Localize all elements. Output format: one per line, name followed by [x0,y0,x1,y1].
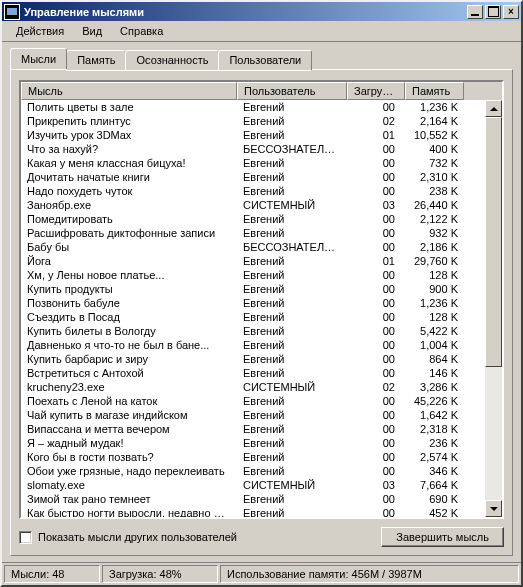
table-row[interactable]: Купить барбарис и зируЕвгений00864 K [21,352,485,366]
table-row[interactable]: Я – жадный мудак!Евгений00236 K [21,436,485,450]
end-thought-button[interactable]: Завершить мысль [381,527,504,547]
cell-memory: 128 K [405,268,464,282]
cell-thought: Бабу бы [21,240,237,254]
cell-memory: 2,318 K [405,422,464,436]
titlebar[interactable]: Управление мыслями × [2,2,521,21]
table-row[interactable]: krucheny23.exeСИСТЕМНЫЙ023,286 K [21,380,485,394]
table-row[interactable]: Встретиться с АнтохойЕвгений00146 K [21,366,485,380]
table-row[interactable]: ЙогаЕвгений0129,760 K [21,254,485,268]
tab-awareness[interactable]: Осознанность [125,50,219,71]
table-row[interactable]: Купить продуктыЕвгений00900 K [21,282,485,296]
cell-user: БЕССОЗНАТЕЛЬНОЕ [237,142,347,156]
cell-user: Евгений [237,128,347,142]
table-row[interactable]: Хм, у Лены новое платье...Евгений00128 K [21,268,485,282]
table-row[interactable]: Дочитать начатые книгиЕвгений002,310 K [21,170,485,184]
table-row[interactable]: Обои уже грязные, надо переклеиватьЕвген… [21,464,485,478]
cell-memory: 900 K [405,282,464,296]
scroll-down-button[interactable] [485,500,502,517]
menu-actions[interactable]: Действия [8,23,72,39]
cell-load: 00 [347,436,405,450]
menu-view[interactable]: Вид [74,23,110,39]
cell-memory: 2,574 K [405,450,464,464]
table-row[interactable]: Кого бы в гости позвать?Евгений002,574 K [21,450,485,464]
cell-load: 00 [347,352,405,366]
cell-thought: Изучить урок 3DMax [21,128,237,142]
vertical-scrollbar[interactable] [485,100,502,517]
cell-user: Евгений [237,226,347,240]
cell-thought: Надо похудеть чуток [21,184,237,198]
cell-thought: Что за нахуй? [21,142,237,156]
table-row[interactable]: Надо похудеть чутокЕвгений00238 K [21,184,485,198]
chevron-down-icon [490,507,498,511]
cell-thought: Купить барбарис и зиру [21,352,237,366]
listview-header: Мысль Пользователь Загрузка Память [21,82,502,100]
cell-load: 02 [347,114,405,128]
cell-load: 00 [347,282,405,296]
table-row[interactable]: Випассана и метта вечеромЕвгений002,318 … [21,422,485,436]
tab-users[interactable]: Пользователи [218,50,312,71]
table-row[interactable]: Какая у меня классная бицуха!Евгений0073… [21,156,485,170]
cell-user: Евгений [237,254,347,268]
table-row[interactable]: Бабу быБЕССОЗНАТЕЛЬНОЕ002,186 K [21,240,485,254]
cell-user: Евгений [237,114,347,128]
cell-load: 00 [347,366,405,380]
cell-memory: 932 K [405,226,464,240]
table-row[interactable]: ПомедитироватьЕвгений002,122 K [21,212,485,226]
cell-thought: Йога [21,254,237,268]
table-row[interactable]: Изучить урок 3DMaxЕвгений0110,552 K [21,128,485,142]
status-memory: Использование памяти: 456M / 3987M [220,565,519,583]
table-row[interactable]: Съездить в ПосадЕвгений00128 K [21,310,485,324]
checkbox-label: Показать мысли других пользователей [38,531,237,543]
cell-memory: 732 K [405,156,464,170]
tab-thoughts[interactable]: Мысли [10,48,67,69]
cell-thought: Заноябр.exe [21,198,237,212]
cell-user: Евгений [237,310,347,324]
menu-help[interactable]: Справка [112,23,171,39]
cell-load: 03 [347,478,405,492]
scroll-up-button[interactable] [485,100,502,117]
minimize-button[interactable] [467,5,483,19]
table-row[interactable]: Расшифровать диктофонные записиЕвгений00… [21,226,485,240]
show-others-checkbox[interactable]: Показать мысли других пользователей [19,531,237,544]
cell-memory: 690 K [405,492,464,506]
table-row[interactable]: Как быстро ногти выросли, недавно же..Ев… [21,506,485,517]
column-memory[interactable]: Память [405,82,464,100]
tab-memory[interactable]: Память [66,50,126,71]
cell-memory: 1,642 K [405,408,464,422]
cell-user: Евгений [237,100,347,114]
cell-load: 00 [347,296,405,310]
cell-memory: 146 K [405,366,464,380]
checkbox-box[interactable] [19,531,32,544]
column-user[interactable]: Пользователь [237,82,347,100]
cell-load: 00 [347,100,405,114]
cell-user: СИСТЕМНЫЙ [237,478,347,492]
scroll-thumb[interactable] [485,117,502,367]
table-row[interactable]: Полить цветы в залеЕвгений001,236 K [21,100,485,114]
table-row[interactable]: Поехать с Леной на катокЕвгений0045,226 … [21,394,485,408]
cell-load: 00 [347,156,405,170]
cell-thought: Позвонить бабуле [21,296,237,310]
column-load[interactable]: Загрузка [347,82,405,100]
cell-load: 00 [347,464,405,478]
cell-memory: 2,164 K [405,114,464,128]
table-row[interactable]: Что за нахуй?БЕССОЗНАТЕЛЬНОЕ00400 K [21,142,485,156]
column-thought[interactable]: Мысль [21,82,237,100]
table-row[interactable]: slomaty.exeСИСТЕМНЫЙ037,664 K [21,478,485,492]
table-row[interactable]: Позвонить бабулеЕвгений001,236 K [21,296,485,310]
status-thoughts: Мысли: 48 [4,565,100,583]
cell-thought: Какая у меня классная бицуха! [21,156,237,170]
table-row[interactable]: Заноябр.exeСИСТЕМНЫЙ0326,440 K [21,198,485,212]
cell-user: Евгений [237,450,347,464]
cell-memory: 452 K [405,506,464,517]
thought-listview: Мысль Пользователь Загрузка Память Полит… [19,80,504,519]
cell-load: 00 [347,338,405,352]
cell-memory: 238 K [405,184,464,198]
table-row[interactable]: Давненько я что-то не был в бане...Евген… [21,338,485,352]
table-row[interactable]: Прикрепить плинтусЕвгений022,164 K [21,114,485,128]
listview-body: Полить цветы в залеЕвгений001,236 KПрикр… [21,100,502,517]
close-button[interactable]: × [503,5,519,19]
table-row[interactable]: Купить билеты в ВологдуЕвгений005,422 K [21,324,485,338]
maximize-button[interactable] [485,5,501,19]
table-row[interactable]: Зимой так рано темнеетЕвгений00690 K [21,492,485,506]
table-row[interactable]: Чай купить в магазе индийскомЕвгений001,… [21,408,485,422]
